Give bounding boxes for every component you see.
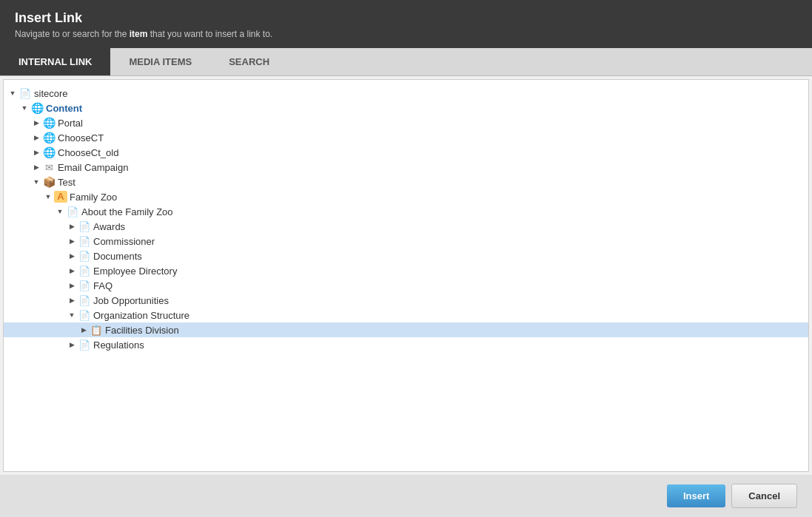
icon-test: 📦	[42, 176, 56, 188]
label-portal: Portal	[58, 118, 83, 129]
tree-item-test[interactable]: 📦 Test	[4, 175, 808, 189]
icon-orgstruct	[78, 309, 91, 321]
toggle-test[interactable]	[30, 176, 42, 188]
icon-choosect: 🌐	[42, 132, 56, 143]
icon-portal: 🌐	[42, 117, 56, 129]
tab-media-items[interactable]: MEDIA ITEMS	[110, 48, 210, 75]
icon-faq	[78, 280, 91, 291]
toggle-awards[interactable]	[66, 220, 78, 232]
dialog-footer: Insert Cancel	[0, 475, 812, 517]
label-sitecore: sitecore	[34, 88, 68, 99]
toggle-documents[interactable]	[66, 250, 78, 262]
tab-bar: INTERNAL LINK MEDIA ITEMS SEARCH	[0, 48, 812, 76]
toggle-regulations[interactable]	[66, 339, 78, 351]
icon-familyzoo: A	[54, 191, 67, 203]
label-faq: FAQ	[93, 280, 113, 291]
label-jobs: Job Opportunities	[93, 295, 169, 306]
toggle-email[interactable]	[30, 161, 42, 173]
toggle-content[interactable]	[19, 102, 30, 114]
tree-item-awards[interactable]: Awards	[4, 219, 808, 234]
tree-item-aboutzoo[interactable]: About the Family Zoo	[4, 204, 808, 219]
label-awards: Awards	[93, 221, 125, 232]
tree-item-orgstruct[interactable]: Organization Structure	[4, 308, 808, 322]
tree-item-email[interactable]: ✉ Email Campaign	[4, 160, 808, 175]
cancel-button[interactable]: Cancel	[731, 484, 797, 508]
toggle-choosect[interactable]	[30, 132, 42, 143]
toggle-choosect-old[interactable]	[30, 146, 42, 158]
tree-item-facdiv[interactable]: 📋 Facilities Division	[4, 322, 808, 337]
tree-item-choosect-old[interactable]: 🌐 ChooseCt_old	[4, 145, 808, 160]
toggle-commissioner[interactable]	[66, 235, 78, 247]
icon-commissioner	[78, 235, 91, 247]
tree-container[interactable]: sitecore 🌐 Content 🌐 Portal 🌐	[3, 79, 809, 472]
label-orgstruct: Organization Structure	[93, 310, 189, 321]
toggle-orgstruct[interactable]	[66, 309, 78, 321]
icon-awards	[78, 220, 91, 232]
icon-aboutzoo	[66, 206, 79, 217]
dialog-header: Insert Link Navigate to or search for th…	[0, 0, 812, 48]
toggle-sitecore[interactable]	[7, 87, 19, 99]
tree-item-familyzoo[interactable]: A Family Zoo	[4, 189, 808, 204]
tree-item-empdir[interactable]: Employee Directory	[4, 263, 808, 278]
tree-item-jobs[interactable]: Job Opportunities	[4, 293, 808, 308]
label-choosect-old: ChooseCt_old	[58, 147, 118, 158]
dialog-title: Insert Link	[15, 10, 797, 26]
icon-sitecore	[19, 87, 32, 99]
dialog-body: INTERNAL LINK MEDIA ITEMS SEARCH sitecor…	[0, 48, 812, 475]
label-test: Test	[58, 177, 76, 188]
label-facdiv: Facilities Division	[105, 325, 179, 336]
label-regulations: Regulations	[93, 339, 144, 351]
tree-item-regulations[interactable]: Regulations	[4, 337, 808, 352]
icon-facdiv: 📋	[90, 324, 103, 336]
tree-item-portal[interactable]: 🌐 Portal	[4, 115, 808, 130]
label-empdir: Employee Directory	[93, 266, 177, 277]
tab-internal-link[interactable]: INTERNAL LINK	[0, 48, 110, 75]
tree-item-faq[interactable]: FAQ	[4, 278, 808, 293]
label-commissioner: Commissioner	[93, 236, 155, 247]
icon-content: 🌐	[30, 102, 44, 114]
toggle-facdiv[interactable]	[78, 324, 90, 336]
toggle-jobs[interactable]	[66, 294, 78, 306]
toggle-empdir[interactable]	[66, 265, 78, 277]
tree-item-sitecore[interactable]: sitecore	[4, 86, 808, 101]
toggle-faq[interactable]	[66, 280, 78, 291]
label-documents: Documents	[93, 251, 142, 262]
tree: sitecore 🌐 Content 🌐 Portal 🌐	[4, 80, 808, 358]
label-familyzoo: Family Zoo	[70, 192, 117, 203]
tree-item-choosect[interactable]: 🌐 ChooseCT	[4, 130, 808, 145]
label-aboutzoo: About the Family Zoo	[81, 206, 173, 217]
icon-regulations	[78, 339, 91, 351]
label-content: Content	[46, 103, 82, 114]
insert-link-dialog: Insert Link Navigate to or search for th…	[0, 0, 812, 517]
dialog-subtitle: Navigate to or search for the item that …	[15, 29, 797, 39]
icon-choosect-old: 🌐	[42, 146, 56, 158]
toggle-aboutzoo[interactable]	[54, 206, 66, 217]
tree-item-documents[interactable]: Documents	[4, 249, 808, 263]
tree-item-content[interactable]: 🌐 Content	[4, 101, 808, 115]
icon-documents	[78, 250, 91, 262]
toggle-portal[interactable]	[30, 117, 42, 129]
label-email: Email Campaign	[58, 162, 128, 173]
icon-empdir	[78, 265, 91, 277]
icon-email: ✉	[42, 161, 56, 173]
icon-jobs	[78, 294, 91, 306]
insert-button[interactable]: Insert	[667, 484, 725, 507]
label-choosect: ChooseCT	[58, 132, 104, 143]
toggle-familyzoo[interactable]	[42, 191, 54, 203]
tree-item-commissioner[interactable]: Commissioner	[4, 234, 808, 249]
tab-search[interactable]: SEARCH	[210, 48, 288, 75]
